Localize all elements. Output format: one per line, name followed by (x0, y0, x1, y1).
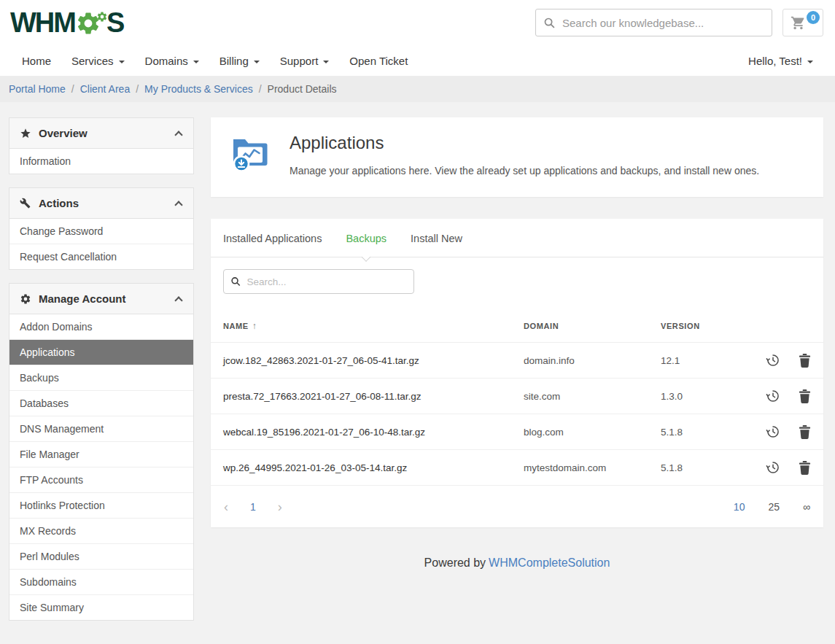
sidebar-item-hotlinks-protection[interactable]: Hotlinks Protection (9, 493, 193, 519)
tab-installed-applications[interactable]: Installed Applications (223, 219, 322, 257)
delete-icon[interactable] (799, 461, 811, 475)
backup-name: presta.72_17663.2021-01-27_06-08-11.tar.… (223, 391, 524, 402)
nav-item-open-ticket[interactable]: Open Ticket (339, 55, 418, 67)
table-header: NAME↑ DOMAIN VERSION (211, 310, 823, 342)
search-icon (543, 17, 556, 29)
sort-asc-icon: ↑ (252, 321, 257, 331)
backup-version: 1.3.0 (661, 391, 763, 402)
sidebar-item-mx-records[interactable]: MX Records (9, 519, 193, 544)
sidebar-item-ftp-accounts[interactable]: FTP Accounts (9, 468, 193, 493)
backup-domain: mytestdomain.com (524, 462, 661, 473)
chevron-up-icon (174, 296, 182, 304)
sidebar-item-change-password[interactable]: Change Password (9, 219, 193, 244)
knowledgebase-search (535, 9, 772, 36)
chevron-down-icon (323, 61, 329, 63)
gear-icon (20, 293, 31, 305)
page-number[interactable]: 1 (250, 501, 256, 513)
column-header-domain[interactable]: DOMAIN (524, 322, 661, 330)
page-header-card: Applications Manage your applications he… (211, 117, 823, 197)
column-header-version[interactable]: VERSION (661, 322, 763, 330)
chevron-down-icon (119, 61, 125, 63)
table-row: jcow.182_42863.2021-01-27_06-05-41.tar.g… (211, 342, 823, 378)
sidebar-item-backups[interactable]: Backups (9, 365, 193, 391)
applications-icon (228, 131, 271, 174)
prev-page-icon[interactable]: ‹ (224, 500, 228, 513)
nav-item-services[interactable]: Services (61, 55, 135, 67)
chevron-down-icon (254, 61, 260, 63)
logo-text-whm: WHM (10, 9, 75, 36)
next-page-icon[interactable]: › (278, 500, 282, 513)
site-header: WHM S 0 (0, 0, 835, 45)
sidebar-panel-manage-account: Manage Account Addon Domains Application… (9, 283, 194, 621)
chevron-down-icon (807, 61, 813, 63)
breadcrumb-portal-home[interactable]: Portal Home (9, 83, 66, 95)
sidebar-panel-actions: Actions Change Password Request Cancella… (9, 187, 194, 270)
page-size-all[interactable]: ∞ (803, 501, 810, 513)
cart-icon (791, 15, 806, 31)
tab-backups[interactable]: Backups (346, 219, 387, 257)
column-header-name[interactable]: NAME↑ (223, 321, 524, 331)
page-title: Applications (290, 133, 759, 153)
breadcrumb-products-services[interactable]: My Products & Services (144, 83, 253, 95)
main-content: Applications Manage your applications he… (211, 117, 823, 570)
backup-version: 5.1.8 (661, 427, 763, 438)
backup-version: 5.1.8 (661, 462, 763, 473)
sidebar-item-perl-modules[interactable]: Perl Modules (9, 544, 193, 570)
sidebar-item-site-summary[interactable]: Site Summary (9, 595, 193, 620)
sidebar-item-information[interactable]: Information (9, 149, 193, 174)
chevron-up-icon (174, 201, 182, 209)
sidebar: Overview Information Actions Change Pass… (9, 117, 194, 634)
pagination: ‹ 1 › 10 25 ∞ (211, 485, 823, 527)
nav-item-home[interactable]: Home (12, 55, 61, 67)
breadcrumb-client-area[interactable]: Client Area (80, 83, 130, 95)
cart-count-badge: 0 (807, 11, 820, 24)
powered-by: Powered byWHMCompleteSolution (211, 556, 823, 570)
backup-domain: domain.info (524, 355, 661, 366)
knowledgebase-search-input[interactable] (562, 17, 764, 29)
page-size-25[interactable]: 25 (768, 501, 780, 513)
sidebar-item-addon-domains[interactable]: Addon Domains (9, 314, 193, 340)
table-search-input[interactable] (247, 276, 407, 287)
chevron-down-icon (193, 61, 199, 63)
table-row: webcal.19_85196.2021-01-27_06-10-48.tar.… (211, 414, 823, 449)
chevron-up-icon (174, 131, 182, 139)
restore-icon[interactable] (766, 460, 780, 475)
delete-icon[interactable] (799, 354, 811, 368)
sidebar-item-request-cancellation[interactable]: Request Cancellation (9, 244, 193, 269)
backup-name: jcow.182_42863.2021-01-27_06-05-41.tar.g… (223, 355, 524, 366)
page-size-10[interactable]: 10 (734, 501, 745, 513)
cart-button[interactable]: 0 (782, 9, 823, 36)
logo-text-s: S (106, 9, 123, 36)
table-search (223, 269, 414, 294)
restore-icon[interactable] (766, 424, 780, 439)
backups-card: Installed Applications Backups Install N… (211, 219, 823, 527)
breadcrumb: Portal Home / Client Area / My Products … (0, 76, 835, 102)
delete-icon[interactable] (799, 389, 811, 403)
whmcompletesolution-link[interactable]: WHMCompleteSolution (489, 556, 610, 569)
nav-item-support[interactable]: Support (270, 55, 340, 67)
restore-icon[interactable] (766, 389, 780, 403)
search-icon (230, 276, 241, 287)
nav-item-billing[interactable]: Billing (209, 55, 270, 67)
panel-header-overview[interactable]: Overview (9, 118, 193, 149)
sidebar-item-dns-management[interactable]: DNS Management (9, 416, 193, 442)
whmcs-logo[interactable]: WHM S (10, 9, 123, 36)
backup-version: 12.1 (661, 355, 763, 366)
nav-user-menu[interactable]: Hello, Test! (738, 55, 823, 67)
tab-install-new[interactable]: Install New (411, 219, 462, 257)
backup-name: webcal.19_85196.2021-01-27_06-10-48.tar.… (223, 427, 524, 438)
delete-icon[interactable] (799, 425, 811, 439)
sidebar-item-file-manager[interactable]: File Manager (9, 442, 193, 468)
backup-name: wp.26_44995.2021-01-26_03-05-14.tar.gz (223, 462, 524, 473)
panel-header-manage-account[interactable]: Manage Account (9, 284, 193, 314)
restore-icon[interactable] (766, 353, 780, 368)
sidebar-item-databases[interactable]: Databases (9, 391, 193, 416)
main-nav: Home Services Domains Billing Support Op… (0, 45, 835, 76)
nav-item-domains[interactable]: Domains (135, 55, 209, 67)
sidebar-item-applications[interactable]: Applications (9, 340, 193, 365)
panel-header-actions[interactable]: Actions (9, 188, 193, 219)
sidebar-item-subdomains[interactable]: Subdomains (9, 570, 193, 595)
table-row: presta.72_17663.2021-01-27_06-08-11.tar.… (211, 378, 823, 414)
tabs: Installed Applications Backups Install N… (211, 219, 823, 257)
page-description: Manage your applications here. View the … (290, 165, 759, 176)
